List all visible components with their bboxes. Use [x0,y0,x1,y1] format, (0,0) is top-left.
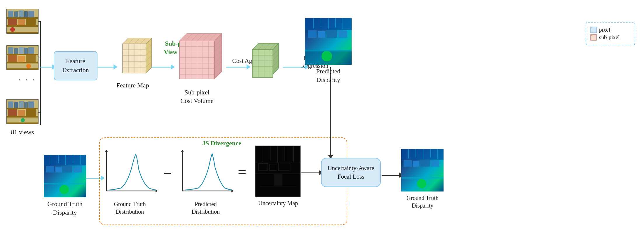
svg-marker-143 [181,150,184,152]
arrow-line [283,67,305,68]
svg-rect-169 [401,177,444,179]
arrow-line [86,178,101,179]
shelf-image-top [6,9,39,34]
svg-rect-115 [327,30,337,38]
dots: · · · [18,75,36,85]
svg-point-24 [26,64,31,68]
arrow-line-v [330,67,331,155]
bracket-h2 [39,58,41,58]
bracket-h3 [39,112,41,113]
svg-rect-6 [24,11,28,17]
legend-subpixel-label: sub-pixel [599,34,620,41]
subpixel-volume-3d [171,23,226,85]
svg-rect-114 [318,31,325,38]
svg-rect-25 [7,68,39,70]
svg-rect-134 [44,183,86,184]
gt-distribution-curve [101,146,159,198]
svg-marker-54 [146,38,152,73]
svg-rect-130 [46,166,54,172]
views-label: 81 views [6,128,39,137]
svg-marker-139 [105,150,108,152]
ground-truth-disparity-img [44,155,86,197]
svg-rect-4 [14,11,18,17]
svg-rect-22 [18,56,25,62]
svg-point-11 [10,27,15,32]
svg-rect-7 [28,11,34,17]
svg-rect-14 [7,62,39,63]
equals-sign: = [238,165,247,180]
shelf-image-middle [6,45,39,70]
svg-rect-35 [18,110,25,116]
svg-point-135 [60,185,69,194]
aggregated-volume-3d [247,35,282,82]
bracket-h1 [39,21,41,22]
svg-rect-29 [8,101,13,108]
svg-point-170 [417,179,426,188]
svg-rect-38 [7,122,39,124]
uncertainty-map-label: Uncertainty Map [253,199,303,207]
feature-map-3d [114,32,152,79]
svg-rect-21 [8,55,17,62]
legend-box: pixel sub-pixel [586,22,635,45]
svg-rect-156 [274,174,282,186]
svg-rect-1 [7,25,39,27]
arrow-uncertainty-to-focal [301,170,323,175]
arrow-line [382,175,399,176]
ua-focal-loss-box: Uncertainty-AwareFocal Loss [321,158,381,187]
svg-rect-20 [28,47,34,54]
feature-map-label: Feature Map [111,81,155,90]
svg-rect-27 [7,116,39,118]
svg-rect-31 [19,101,24,108]
svg-rect-132 [63,166,72,172]
ground-truth-disparity-label-left: Ground TruthDisparity [42,200,88,217]
svg-rect-18 [19,47,24,54]
svg-rect-36 [26,109,36,116]
svg-rect-23 [26,55,36,62]
svg-rect-33 [28,101,34,108]
svg-rect-167 [420,160,430,167]
legend-pixel-item: pixel [590,27,631,33]
svg-point-37 [21,118,25,122]
diagram: · · · 81 views [0,0,644,252]
arrow-line [301,172,319,173]
svg-rect-168 [431,160,439,167]
svg-rect-8 [8,19,17,25]
bracket-vertical [40,21,41,125]
ground-truth-disparity-label-right: Ground TruthDisparity [399,194,446,209]
svg-rect-19 [24,48,28,54]
svg-rect-159 [401,149,444,160]
svg-rect-34 [8,109,17,116]
svg-rect-12 [7,32,39,34]
svg-rect-165 [404,160,412,167]
arrow-line [226,67,247,68]
svg-rect-166 [413,161,419,167]
svg-rect-118 [305,50,352,51]
feature-extraction-box: FeatureExtraction [54,51,97,80]
svg-rect-17 [14,48,18,54]
legend-subpixel-item: sub-pixel [590,34,631,41]
svg-rect-3 [8,11,13,17]
svg-rect-144 [256,146,301,197]
svg-rect-16 [8,47,13,54]
svg-rect-9 [18,19,25,25]
svg-rect-124 [44,155,86,165]
arrow-gt-right-to-focal [382,172,403,178]
subpixel-volume-label: Sub-pixelCost Volume [169,88,225,105]
predicted-disparity-img [305,18,352,65]
gt-distribution-label: Ground TruthDistribution [101,200,159,215]
svg-rect-5 [19,11,24,17]
svg-rect-30 [14,102,18,108]
predicted-distribution-label: PredictedDistribution [177,200,235,215]
arrow-predicted-down [328,67,333,159]
minus-sign: − [163,166,172,181]
ground-truth-disparity-img-right [401,149,444,191]
arrow-line [40,67,52,68]
svg-rect-32 [24,102,28,108]
svg-rect-116 [338,31,347,38]
predicted-distribution-curve [177,146,235,198]
svg-rect-133 [74,166,82,172]
svg-point-117 [322,51,332,61]
arrow-line [97,67,114,68]
svg-rect-10 [26,18,36,25]
uncertainty-map-img [255,146,301,197]
